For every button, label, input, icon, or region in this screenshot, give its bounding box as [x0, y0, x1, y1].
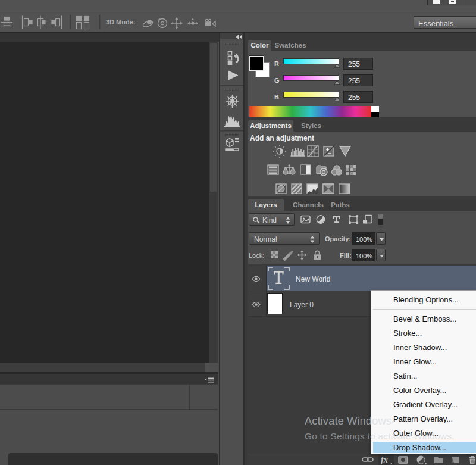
- svg-text:fx: fx: [381, 455, 388, 464]
